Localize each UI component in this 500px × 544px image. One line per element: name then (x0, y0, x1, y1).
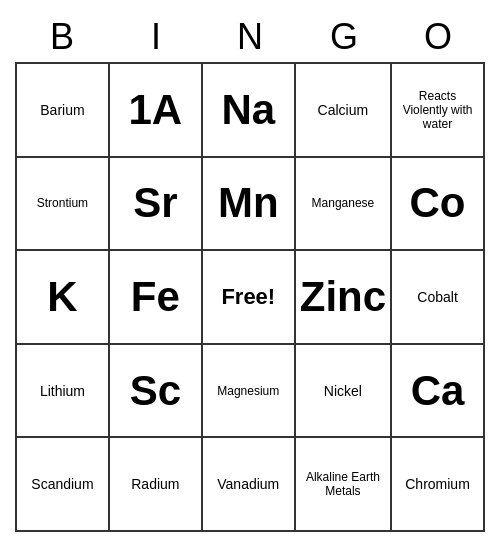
cell-r1-c2: Mn (203, 158, 296, 252)
cell-r0-c4: Reacts Violently with water (392, 64, 485, 158)
cell-text-r1-c2: Mn (218, 179, 279, 227)
cell-r2-c3: Zinc (296, 251, 392, 345)
cell-r2-c1: Fe (110, 251, 203, 345)
cell-text-r2-c1: Fe (131, 273, 180, 321)
cell-text-r3-c1: Sc (130, 367, 181, 415)
cell-r0-c0: Barium (17, 64, 110, 158)
cell-r0-c3: Calcium (296, 64, 392, 158)
cell-text-r0-c0: Barium (40, 102, 84, 118)
cell-text-r3-c0: Lithium (40, 383, 85, 399)
cell-text-r3-c2: Magnesium (217, 384, 279, 398)
bingo-grid: Barium1ANaCalciumReacts Violently with w… (15, 62, 485, 532)
cell-text-r0-c2: Na (221, 86, 275, 134)
cell-r3-c4: Ca (392, 345, 485, 439)
cell-text-r3-c4: Ca (411, 367, 465, 415)
cell-r0-c2: Na (203, 64, 296, 158)
cell-r1-c4: Co (392, 158, 485, 252)
cell-text-r1-c1: Sr (133, 179, 177, 227)
cell-text-r4-c0: Scandium (31, 476, 93, 492)
header-letter-I: I (109, 12, 203, 62)
cell-r2-c0: K (17, 251, 110, 345)
cell-r3-c3: Nickel (296, 345, 392, 439)
cell-text-r0-c1: 1A (129, 86, 183, 134)
cell-r3-c0: Lithium (17, 345, 110, 439)
cell-text-r2-c2: Free! (221, 284, 275, 310)
cell-text-r0-c4: Reacts Violently with water (396, 89, 479, 131)
cell-text-r1-c4: Co (410, 179, 466, 227)
cell-text-r4-c1: Radium (131, 476, 179, 492)
cell-r2-c4: Cobalt (392, 251, 485, 345)
cell-text-r2-c4: Cobalt (417, 289, 457, 305)
cell-r3-c2: Magnesium (203, 345, 296, 439)
bingo-card: BINGO Barium1ANaCalciumReacts Violently … (15, 12, 485, 532)
cell-r2-c2: Free! (203, 251, 296, 345)
cell-text-r0-c3: Calcium (318, 102, 369, 118)
cell-text-r1-c3: Manganese (312, 196, 375, 210)
cell-text-r4-c4: Chromium (405, 476, 470, 492)
cell-r4-c1: Radium (110, 438, 203, 532)
cell-r1-c0: Strontium (17, 158, 110, 252)
cell-text-r2-c3: Zinc (300, 273, 386, 321)
cell-r4-c2: Vanadium (203, 438, 296, 532)
cell-text-r2-c0: K (47, 273, 77, 321)
cell-r4-c3: Alkaline Earth Metals (296, 438, 392, 532)
cell-r4-c0: Scandium (17, 438, 110, 532)
cell-text-r1-c0: Strontium (37, 196, 88, 210)
bingo-header: BINGO (15, 12, 485, 62)
cell-r1-c3: Manganese (296, 158, 392, 252)
cell-r0-c1: 1A (110, 64, 203, 158)
cell-text-r4-c3: Alkaline Earth Metals (300, 470, 386, 498)
header-letter-G: G (297, 12, 391, 62)
cell-r4-c4: Chromium (392, 438, 485, 532)
cell-text-r3-c3: Nickel (324, 383, 362, 399)
cell-text-r4-c2: Vanadium (217, 476, 279, 492)
header-letter-O: O (391, 12, 485, 62)
cell-r1-c1: Sr (110, 158, 203, 252)
header-letter-B: B (15, 12, 109, 62)
header-letter-N: N (203, 12, 297, 62)
cell-r3-c1: Sc (110, 345, 203, 439)
